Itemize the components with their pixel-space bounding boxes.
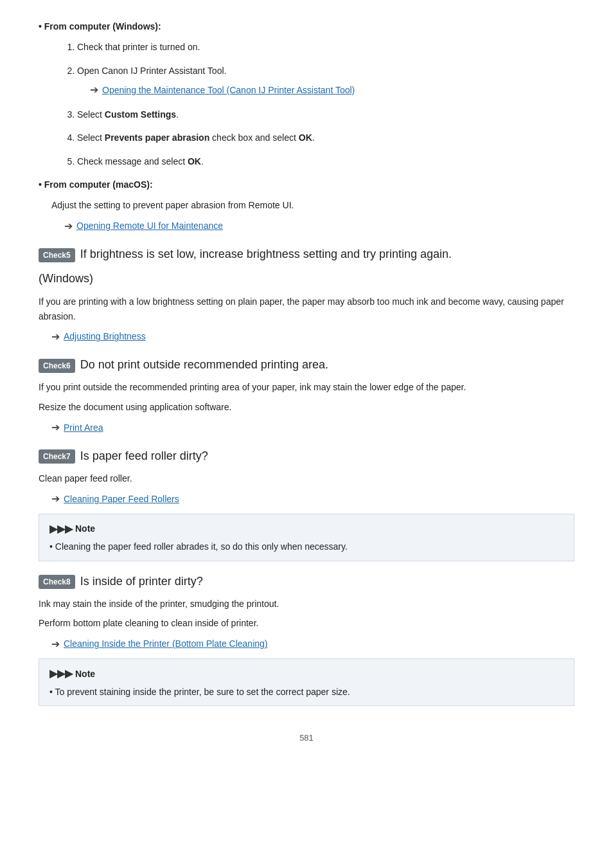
step-1: Check that printer is turned on. bbox=[77, 40, 574, 54]
macos-section: From computer (macOS): Adjust the settin… bbox=[39, 177, 574, 234]
remote-ui-link[interactable]: ➔ Opening Remote UI for Maintenance bbox=[64, 218, 574, 235]
step-2-link[interactable]: ➔ Opening the Maintenance Tool (Canon IJ… bbox=[90, 82, 574, 98]
arrow-icon-3: ➔ bbox=[51, 329, 60, 345]
step-3-after: . bbox=[176, 109, 179, 120]
cleaning-rollers-link-text[interactable]: Cleaning Paper Feed Rollers bbox=[64, 492, 179, 506]
step-4-before: Select bbox=[77, 132, 105, 143]
check5-heading-text: If brightness is set low, increase brigh… bbox=[80, 248, 452, 260]
check7-note-header: ▶▶▶ Note bbox=[49, 521, 564, 538]
check8-note-item-1: To prevent staining inside the printer, … bbox=[49, 685, 564, 699]
step-5-after: . bbox=[201, 156, 204, 167]
check5-body: If you are printing with a low brightnes… bbox=[39, 294, 574, 323]
arrow-icon-4: ➔ bbox=[51, 419, 60, 436]
check5-badge: Check5 bbox=[39, 248, 75, 262]
page-container: From computer (Windows): Check that prin… bbox=[0, 0, 613, 868]
check8-body1: Ink may stain the inside of the printer,… bbox=[39, 597, 574, 611]
check7-section: Check7Is paper feed roller dirty? Clean … bbox=[39, 448, 574, 561]
note-icon-1: ▶▶▶ bbox=[49, 521, 73, 538]
cleaning-inside-link[interactable]: ➔ Cleaning Inside the Printer (Bottom Pl… bbox=[51, 636, 574, 653]
check8-section: Check8Is inside of printer dirty? Ink ma… bbox=[39, 573, 574, 706]
step-1-text: Check that printer is turned on. bbox=[77, 42, 200, 52]
check8-badge: Check8 bbox=[39, 575, 75, 589]
maintenance-tool-link[interactable]: Opening the Maintenance Tool (Canon IJ P… bbox=[102, 83, 355, 97]
arrow-icon-6: ➔ bbox=[51, 636, 60, 653]
check6-heading: Check6Do not print outside recommended p… bbox=[39, 356, 574, 374]
brightness-link[interactable]: ➔ Adjusting Brightness bbox=[51, 329, 574, 345]
arrow-icon-2: ➔ bbox=[64, 218, 73, 235]
check7-body: Clean paper feed roller. bbox=[39, 471, 574, 485]
cleaning-inside-link-text[interactable]: Cleaning Inside the Printer (Bottom Plat… bbox=[64, 637, 268, 651]
macos-label: From computer (macOS): bbox=[39, 177, 574, 192]
check5-heading: Check5If brightness is set low, increase… bbox=[39, 246, 574, 263]
windows-steps: Check that printer is turned on. Open Ca… bbox=[64, 40, 574, 168]
brightness-link-text[interactable]: Adjusting Brightness bbox=[64, 329, 146, 343]
check6-heading-text: Do not print outside recommended printin… bbox=[80, 358, 328, 371]
page-number: 581 bbox=[39, 732, 574, 745]
step-4: Select Prevents paper abrasion check box… bbox=[77, 131, 574, 145]
arrow-icon-5: ➔ bbox=[51, 491, 60, 507]
check7-heading: Check7Is paper feed roller dirty? bbox=[39, 448, 574, 465]
check6-body1: If you print outside the recommended pri… bbox=[39, 380, 574, 394]
note-icon-2: ▶▶▶ bbox=[49, 665, 73, 682]
check8-note-box: ▶▶▶ Note To prevent staining inside the … bbox=[39, 658, 574, 706]
check8-heading: Check8Is inside of printer dirty? bbox=[39, 573, 574, 590]
check5-subheading: (Windows) bbox=[39, 269, 574, 288]
check7-note-title: Note bbox=[75, 521, 95, 536]
remote-ui-link-text[interactable]: Opening Remote UI for Maintenance bbox=[76, 219, 223, 233]
step-5: Check message and select OK. bbox=[77, 154, 574, 168]
check8-body2: Perform bottom plate cleaning to clean i… bbox=[39, 616, 574, 630]
check8-note-title: Note bbox=[75, 667, 95, 681]
print-area-link-text[interactable]: Print Area bbox=[64, 420, 103, 435]
step-3-bold: Custom Settings bbox=[105, 109, 176, 120]
macos-body-text: Adjust the setting to prevent paper abra… bbox=[51, 198, 574, 212]
check8-note-header: ▶▶▶ Note bbox=[49, 665, 564, 682]
step-4-middle: check box and select bbox=[209, 132, 299, 143]
check7-note-box: ▶▶▶ Note Cleaning the paper feed roller … bbox=[39, 514, 574, 561]
print-area-link[interactable]: ➔ Print Area bbox=[51, 419, 574, 436]
step-5-bold: OK bbox=[188, 156, 201, 167]
check6-badge: Check6 bbox=[39, 359, 75, 373]
macos-body: Adjust the setting to prevent paper abra… bbox=[51, 198, 574, 234]
check5-section: Check5If brightness is set low, increase… bbox=[39, 246, 574, 345]
step-2-text: Open Canon IJ Printer Assistant Tool. bbox=[77, 66, 226, 76]
step-3: Select Custom Settings. bbox=[77, 107, 574, 122]
step-4-bold1: Prevents paper abrasion bbox=[105, 132, 209, 143]
check7-note-item-1: Cleaning the paper feed roller abrades i… bbox=[49, 539, 564, 554]
check8-heading-text: Is inside of printer dirty? bbox=[80, 575, 203, 588]
check6-section: Check6Do not print outside recommended p… bbox=[39, 356, 574, 435]
step-2: Open Canon IJ Printer Assistant Tool. ➔ … bbox=[77, 64, 574, 98]
step-4-after: . bbox=[312, 132, 315, 143]
windows-section: From computer (Windows): Check that prin… bbox=[39, 19, 574, 168]
check7-heading-text: Is paper feed roller dirty? bbox=[80, 449, 208, 462]
step-4-bold2: OK bbox=[299, 132, 312, 143]
arrow-icon-1: ➔ bbox=[90, 82, 98, 98]
windows-label: From computer (Windows): bbox=[39, 19, 574, 33]
step-5-before: Check message and select bbox=[77, 156, 188, 167]
cleaning-rollers-link[interactable]: ➔ Cleaning Paper Feed Rollers bbox=[51, 491, 574, 507]
check7-badge: Check7 bbox=[39, 449, 75, 464]
step-3-before: Select bbox=[77, 109, 105, 120]
check6-body2: Resize the document using application so… bbox=[39, 400, 574, 414]
